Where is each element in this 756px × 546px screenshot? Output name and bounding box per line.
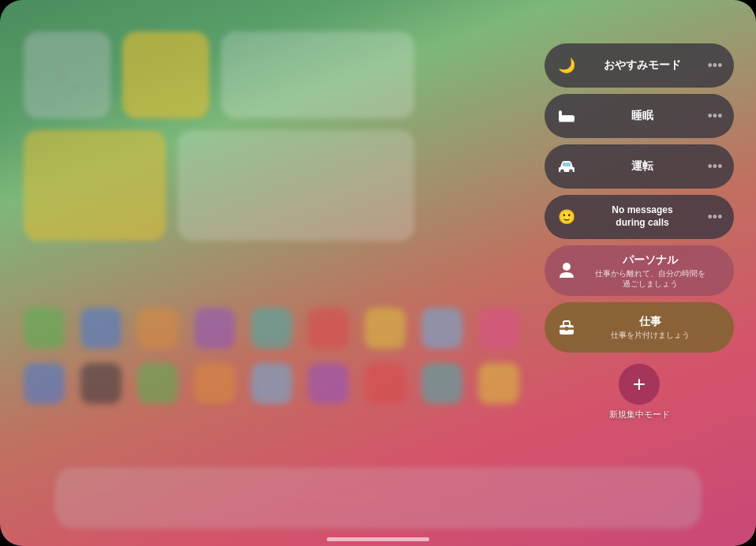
dock — [54, 467, 702, 529]
focus-item-personal[interactable]: パーソナル 仕事から離れて、自分の時間を過ごしましょう — [545, 245, 734, 296]
focus-item-title: No messagesduring calls — [578, 204, 707, 229]
focus-item-work[interactable]: 仕事 仕事を片付けましょう — [545, 302, 734, 353]
app-icon — [308, 363, 349, 404]
app-icon — [421, 308, 462, 349]
home-indicator — [327, 537, 429, 541]
focus-item-title: 仕事 — [578, 315, 723, 329]
app-icon — [478, 308, 519, 349]
dock-icon — [227, 477, 268, 518]
svg-point-6 — [563, 263, 571, 271]
moon-icon: 🌙 — [556, 54, 578, 77]
focus-item-text: 仕事 仕事を片付けましょう — [578, 315, 723, 340]
briefcase-icon — [556, 316, 578, 338]
car-icon — [556, 155, 578, 178]
app-icon — [194, 363, 235, 404]
widget-3 — [221, 32, 414, 118]
focus-item-text: パーソナル 仕事から離れて、自分の時間を過ごしましょう — [578, 253, 723, 289]
focus-item-title: 運転 — [578, 159, 707, 174]
app-icon — [478, 363, 519, 404]
app-icon — [24, 363, 65, 404]
focus-panel: 🌙 おやすみモード ••• 睡眠 ••• — [545, 43, 734, 421]
app-icon — [80, 308, 122, 349]
widgets-area: >_ — [24, 32, 434, 300]
app-icon — [365, 308, 406, 349]
app-icon — [421, 363, 462, 404]
svg-point-3 — [560, 170, 564, 174]
dock-icon — [279, 477, 320, 518]
add-focus-button[interactable]: + 新規集中モード — [545, 364, 734, 421]
app-icon — [251, 308, 292, 349]
more-icon[interactable]: ••• — [707, 108, 723, 125]
focus-item-subtitle: 仕事から離れて、自分の時間を過ごしましょう — [578, 268, 723, 289]
focus-item-driving[interactable]: 運転 ••• — [545, 144, 734, 189]
dock-icon — [592, 477, 633, 518]
widget-2 — [122, 32, 209, 118]
add-focus-label: 新規集中モード — [609, 409, 670, 421]
more-icon[interactable]: ••• — [707, 58, 723, 74]
dock-icon — [175, 477, 216, 518]
focus-item-no-messages[interactable]: 🙂 No messagesduring calls ••• — [545, 195, 734, 239]
app-icon — [137, 363, 178, 404]
dock-icon — [644, 477, 685, 518]
app-icon — [308, 308, 349, 349]
app-icon — [137, 308, 178, 349]
app-icon — [251, 363, 292, 404]
dock-icon — [123, 477, 164, 518]
widget-5 — [178, 130, 414, 241]
person-icon — [556, 260, 578, 282]
svg-rect-1 — [559, 110, 562, 117]
focus-item-text: 運転 — [578, 159, 707, 174]
focus-item-text: おやすみモード — [578, 58, 707, 73]
widget-4 — [24, 130, 166, 241]
focus-item-sleep[interactable]: 睡眠 ••• — [545, 94, 734, 138]
screen: >_ — [0, 0, 756, 546]
widget-1: >_ — [24, 32, 110, 118]
dock-icon — [540, 477, 581, 518]
focus-item-title: おやすみモード — [578, 58, 707, 73]
bed-icon — [556, 105, 578, 127]
more-icon[interactable]: ••• — [707, 159, 723, 175]
focus-item-title: 睡眠 — [578, 109, 707, 123]
more-icon[interactable]: ••• — [707, 209, 723, 226]
svg-point-4 — [569, 170, 573, 174]
focus-item-title: パーソナル — [578, 253, 723, 267]
svg-rect-2 — [559, 120, 574, 122]
dock-icon — [384, 477, 425, 518]
focus-item-do-not-disturb[interactable]: 🌙 おやすみモード ••• — [545, 43, 734, 88]
focus-item-subtitle: 仕事を片付けましょう — [578, 330, 723, 340]
dock-icon — [488, 477, 529, 518]
dock-icon — [436, 477, 477, 518]
add-focus-circle: + — [619, 364, 660, 405]
focus-item-text: 睡眠 — [578, 109, 707, 123]
focus-item-text: No messagesduring calls — [578, 204, 707, 229]
svg-rect-9 — [565, 327, 568, 331]
svg-rect-5 — [563, 163, 571, 166]
app-icon — [24, 308, 65, 349]
app-icon — [80, 363, 122, 404]
app-icon — [194, 308, 235, 349]
dock-icon — [71, 477, 112, 518]
smiley-icon: 🙂 — [556, 206, 578, 228]
dock-icon — [331, 477, 372, 518]
app-icon — [365, 363, 406, 404]
